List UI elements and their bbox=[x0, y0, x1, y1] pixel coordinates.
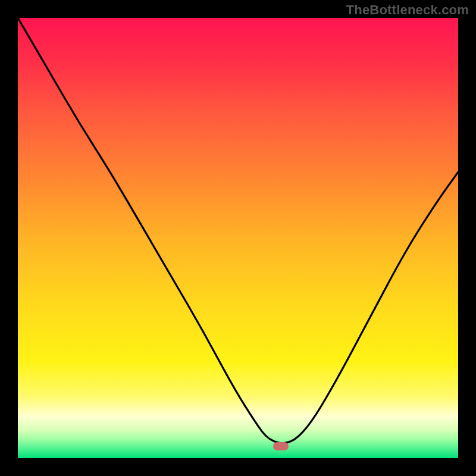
optimal-marker bbox=[273, 442, 289, 450]
watermark-text: TheBottleneck.com bbox=[346, 2, 469, 18]
chart-frame: TheBottleneck.com bbox=[0, 0, 476, 476]
plot-area bbox=[18, 18, 458, 458]
bottleneck-curve bbox=[18, 18, 458, 458]
